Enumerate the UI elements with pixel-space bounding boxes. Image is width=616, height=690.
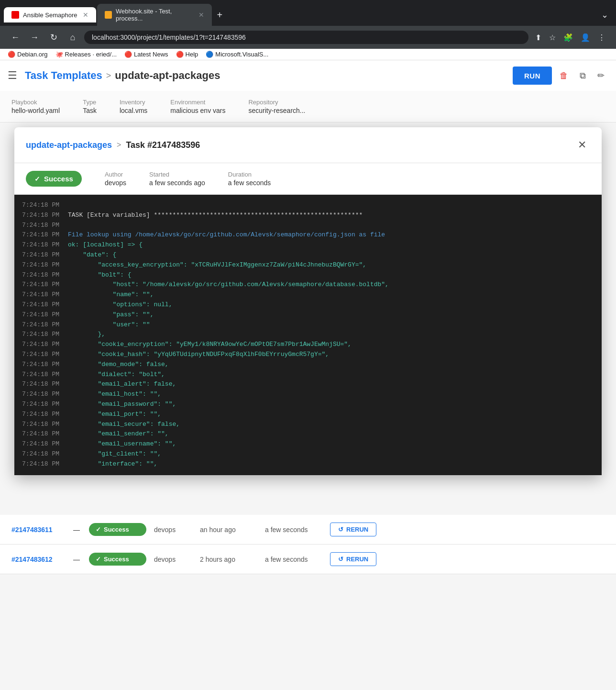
terminal-text: "user": "" bbox=[68, 320, 150, 330]
terminal-line: 7:24:18 PM bbox=[22, 221, 594, 231]
started-label: Started bbox=[149, 171, 205, 178]
terminal-text: "email_sender": "", bbox=[68, 429, 169, 439]
terminal-text: "dialect": "bolt", bbox=[68, 370, 165, 380]
tab-ansible-label: Ansible Semaphore bbox=[23, 11, 77, 19]
terminal-timestamp: 7:24:18 PM bbox=[22, 330, 60, 340]
info-environment: Environment malicious env vars bbox=[170, 99, 225, 114]
author-value: devops bbox=[105, 179, 126, 187]
home-button[interactable]: ⌂ bbox=[65, 30, 80, 45]
bookmark-vscode-label: Microsoft.VisualS... bbox=[215, 51, 268, 58]
terminal-timestamp: 7:24:18 PM bbox=[22, 230, 60, 240]
terminal-timestamp: 7:24:18 PM bbox=[22, 350, 60, 360]
address-input[interactable] bbox=[84, 31, 528, 44]
terminal-line: 7:24:18 PM "demo_mode": false, bbox=[22, 360, 594, 370]
terminal-text: "options": null, bbox=[68, 300, 172, 310]
browser-chrome: Ansible Semaphore ✕ Webhook.site - Test,… bbox=[0, 0, 616, 60]
browser-actions: ⬆ ☆ 🧩 👤 ⋮ bbox=[532, 31, 608, 44]
bookmark-debian-label: Debian.org bbox=[17, 51, 48, 58]
terminal-timestamp: 7:24:18 PM bbox=[22, 280, 60, 290]
terminal-line: 7:24:18 PM "email_sender": "", bbox=[22, 429, 594, 439]
tab-webhook[interactable]: Webhook.site - Test, process... ✕ bbox=[97, 4, 212, 26]
extensions-button[interactable]: 🧩 bbox=[561, 31, 576, 44]
repository-value: security-research... bbox=[248, 107, 305, 114]
terminal-timestamp: 7:24:18 PM bbox=[22, 240, 60, 250]
hamburger-menu[interactable]: ☰ bbox=[8, 69, 17, 82]
terminal-timestamp: 7:24:18 PM bbox=[22, 449, 60, 459]
menu-button[interactable]: ⋮ bbox=[595, 31, 608, 44]
rerun-button[interactable]: ↺ RERUN bbox=[330, 523, 376, 536]
new-tab-button[interactable]: + bbox=[213, 8, 226, 22]
terminal-timestamp: 7:24:18 PM bbox=[22, 320, 60, 330]
terminal-line: 7:24:18 PM "email_port": "", bbox=[22, 410, 594, 420]
edit-button[interactable]: ✏ bbox=[594, 67, 608, 85]
bookmark-latest-news[interactable]: 🔴 Latest News bbox=[124, 51, 168, 58]
task-status: ✓ Success bbox=[89, 523, 146, 536]
help-icon: 🔴 bbox=[176, 51, 184, 58]
terminal-timestamp: 7:24:18 PM bbox=[22, 429, 60, 439]
reload-button[interactable]: ↻ bbox=[46, 30, 61, 45]
duration-value: a few seconds bbox=[228, 179, 271, 187]
playbook-value: hello-world.yaml bbox=[11, 107, 60, 114]
breadcrumb-arrow: > bbox=[106, 71, 111, 81]
terminal-timestamp: 7:24:18 PM bbox=[22, 340, 60, 350]
table-row: #2147483612 — ✓ Success devops 2 hours a… bbox=[0, 545, 616, 574]
bookmark-button[interactable]: ☆ bbox=[546, 31, 559, 44]
bookmark-vscode[interactable]: 🔵 Microsoft.VisualS... bbox=[206, 51, 268, 58]
info-type: Type Task bbox=[83, 99, 97, 114]
bookmark-news-label: Latest News bbox=[134, 51, 168, 58]
run-button[interactable]: RUN bbox=[513, 67, 552, 85]
task-started: an hour ago bbox=[200, 526, 257, 534]
tab-menu-button[interactable]: ⌄ bbox=[597, 8, 612, 22]
terminal-text: "email_alert": false, bbox=[68, 379, 176, 390]
inventory-value: local.vms bbox=[120, 107, 147, 114]
bookmarks-bar: 🔴 Debian.org 🐙 Releases · eried/... 🔴 La… bbox=[0, 49, 616, 60]
rerun-icon: ↺ bbox=[338, 526, 343, 533]
bookmark-releases[interactable]: 🐙 Releases · eried/... bbox=[55, 51, 117, 58]
modal-template-link[interactable]: update-apt-packages bbox=[26, 140, 112, 150]
breadcrumb-current: update-apt-packages bbox=[115, 69, 220, 82]
delete-button[interactable]: 🗑 bbox=[556, 67, 572, 85]
tab-ansible-close[interactable]: ✕ bbox=[83, 11, 88, 19]
terminal-text: "email_host": "", bbox=[68, 390, 161, 400]
bookmark-help[interactable]: 🔴 Help bbox=[176, 51, 198, 58]
task-status: ✓ Success bbox=[89, 553, 146, 566]
task-list: #2147483611 — ✓ Success devops an hour a… bbox=[0, 515, 616, 574]
modal-duration: Duration a few seconds bbox=[228, 171, 271, 187]
task-id[interactable]: #2147483611 bbox=[11, 526, 64, 534]
back-button[interactable]: ← bbox=[8, 30, 23, 45]
terminal-text: "cookie_encryption": "yEMy1/k8NRYA9owYeC… bbox=[68, 340, 352, 350]
terminal-line: 7:24:18 PM "bolt": { bbox=[22, 270, 594, 280]
tab-ansible[interactable]: Ansible Semaphore ✕ bbox=[4, 7, 96, 22]
terminal-output[interactable]: 7:24:18 PM7:24:18 PMTASK [Extra variable… bbox=[14, 195, 602, 475]
template-info-bar: Playbook hello-world.yaml Type Task Inve… bbox=[0, 91, 616, 122]
terminal-line: 7:24:18 PM "email_alert": false, bbox=[22, 379, 594, 390]
task-dash: — bbox=[72, 556, 81, 563]
terminal-text: "cookie_hash": "yYqU6TUdipnytNDUFPxqF8qX… bbox=[68, 350, 329, 360]
terminal-text: "pass": "", bbox=[68, 310, 154, 320]
rerun-button[interactable]: ↺ RERUN bbox=[330, 552, 376, 566]
task-duration: a few seconds bbox=[265, 526, 322, 534]
terminal-text: "git_client": "", bbox=[68, 449, 161, 459]
terminal-timestamp: 7:24:18 PM bbox=[22, 459, 60, 469]
status-text: Success bbox=[104, 526, 129, 533]
terminal-text: "access_key_encryption": "xTCRuHVJlFexIM… bbox=[68, 260, 366, 270]
modal-close-button[interactable]: ✕ bbox=[574, 137, 590, 153]
app-container: ☰ Task Templates > update-apt-packages R… bbox=[0, 60, 616, 574]
tab-webhook-close[interactable]: ✕ bbox=[198, 11, 204, 19]
bookmark-debian[interactable]: 🔴 Debian.org bbox=[8, 51, 48, 58]
task-id[interactable]: #2147483612 bbox=[11, 556, 64, 563]
share-button[interactable]: ⬆ bbox=[532, 31, 544, 44]
terminal-text: }, bbox=[68, 330, 105, 340]
duration-label: Duration bbox=[228, 171, 271, 178]
terminal-line: 7:24:18 PM "name": "", bbox=[22, 290, 594, 300]
author-label: Author bbox=[105, 171, 126, 178]
forward-button[interactable]: → bbox=[27, 30, 42, 45]
terminal-line: 7:24:18 PMok: [localhost] => { bbox=[22, 240, 594, 250]
profile-button[interactable]: 👤 bbox=[578, 31, 593, 44]
terminal-timestamp: 7:24:18 PM bbox=[22, 200, 60, 211]
repository-label: Repository bbox=[248, 99, 305, 106]
copy-button[interactable]: ⧉ bbox=[576, 67, 590, 85]
news-icon: 🔴 bbox=[124, 51, 132, 58]
terminal-timestamp: 7:24:18 PM bbox=[22, 250, 60, 260]
modal-header: update-apt-packages > Task #2147483596 ✕ bbox=[14, 127, 602, 163]
